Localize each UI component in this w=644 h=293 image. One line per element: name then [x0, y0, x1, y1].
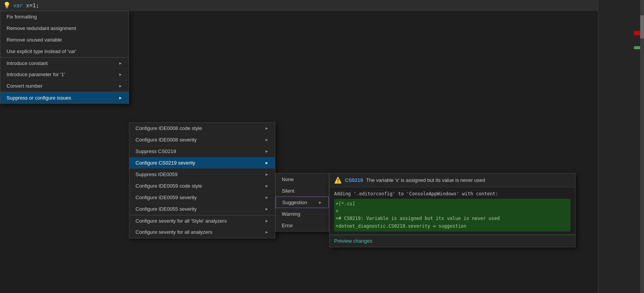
- menu-item-introduce-constant-arrow: ►: [119, 61, 122, 65]
- code-variable-x: x: [26, 2, 29, 8]
- menu-item-remove-unused-label: Remove unused variable: [7, 37, 62, 43]
- minimap: [598, 0, 644, 293]
- menu-item-configure-ide0059-severity[interactable]: Configure IDE0059 severity ►: [129, 192, 275, 203]
- diff-line-2: +: [334, 208, 570, 215]
- menu-item-convert-number[interactable]: Convert number ►: [0, 80, 129, 92]
- menu-item-configure-ide0008-style[interactable]: Configure IDE0008 code style ►: [129, 123, 275, 134]
- diff-line-4: +dotnet_diagnostic.CS0219.severity = sug…: [334, 223, 570, 230]
- info-body-line: Adding '.editorconfig' to 'ConsoleAppWin…: [334, 190, 570, 197]
- menu-item-use-explicit-label: Use explicit type instead of 'var': [7, 48, 76, 54]
- secondary-context-menu: Configure IDE0008 code style ► Configure…: [129, 122, 275, 238]
- info-header: ⚠️ CS0219 The variable 'x' is assigned b…: [330, 173, 575, 187]
- menu-item-configure-ide0008-style-label: Configure IDE0008 code style: [135, 125, 202, 131]
- error-message: The variable 'x' is assigned but its val…: [366, 177, 485, 183]
- configure-ide0008-severity-arrow: ►: [265, 138, 269, 142]
- configure-style-analyzers-arrow: ►: [265, 219, 269, 223]
- menu-item-configure-ide0008-severity[interactable]: Configure IDE0008 severity ►: [129, 134, 275, 146]
- minimap-scrollbar[interactable]: [640, 0, 644, 293]
- code-keyword-var: var: [13, 2, 23, 8]
- severity-suggestion-label: Suggestion: [282, 200, 307, 205]
- configure-ide0008-style-arrow: ►: [265, 126, 269, 130]
- severity-suggestion-arrow: ►: [318, 200, 322, 205]
- severity-error-label: Error: [282, 223, 293, 228]
- menu-item-remove-unused[interactable]: Remove unused variable: [0, 34, 129, 46]
- configure-ide0059-style-arrow: ►: [265, 184, 269, 188]
- menu-item-suppress-configure[interactable]: Suppress or configure issues ►: [0, 92, 129, 103]
- menu-item-introduce-parameter-label: Introduce parameter for '1': [7, 72, 65, 77]
- menu-item-introduce-parameter-arrow: ►: [119, 72, 122, 77]
- menu-item-remove-redundant[interactable]: Remove redundant assignment: [0, 23, 129, 34]
- menu-item-configure-all-analyzers-label: Configure severity for all analyzers: [135, 229, 212, 235]
- menu-item-remove-redundant-label: Remove redundant assignment: [7, 25, 76, 31]
- menu-item-configure-style-analyzers[interactable]: Configure severity for all 'Style' analy…: [129, 215, 275, 226]
- menu-item-introduce-constant[interactable]: Introduce constant ►: [0, 57, 129, 69]
- menu-item-configure-ide0055-severity[interactable]: Configure IDE0055 severity ►: [129, 203, 275, 215]
- menu-item-suppress-ide0059-label: Suppress IDE0059: [135, 171, 177, 177]
- error-code: CS0219: [345, 177, 363, 183]
- preview-changes-link[interactable]: Preview changes: [334, 238, 372, 244]
- diff-line-3: +# CS0219: Variable is assigned but its …: [334, 215, 570, 222]
- tertiary-severity-menu: None Silent Suggestion ► Warning Error: [275, 173, 329, 231]
- severity-error[interactable]: Error: [276, 220, 329, 231]
- menu-item-suppress-ide0059[interactable]: Suppress IDE0059 ►: [129, 169, 275, 180]
- configure-cs0219-severity-arrow: ►: [265, 161, 269, 165]
- menu-item-configure-cs0219-severity[interactable]: Configure CS0219 severity ►: [129, 157, 275, 169]
- severity-warning-label: Warning: [282, 211, 300, 217]
- menu-item-configure-style-analyzers-label: Configure severity for all 'Style' analy…: [135, 218, 227, 224]
- menu-item-introduce-parameter[interactable]: Introduce parameter for '1' ►: [0, 69, 129, 80]
- menu-item-configure-ide0059-style-label: Configure IDE0059 code style: [135, 183, 202, 189]
- severity-silent-label: Silent: [282, 188, 294, 194]
- menu-item-convert-number-label: Convert number: [7, 83, 42, 89]
- primary-context-menu: Fix formatting Remove redundant assignme…: [0, 11, 129, 104]
- diff-line-1: +[*.cs]: [334, 200, 570, 208]
- menu-item-configure-ide0059-severity-label: Configure IDE0059 severity: [135, 195, 197, 200]
- severity-none-label: None: [282, 176, 294, 182]
- menu-item-configure-cs0219-severity-label: Configure CS0219 severity: [135, 160, 195, 166]
- menu-item-fix-formatting-label: Fix formatting: [7, 14, 37, 20]
- menu-item-configure-ide0059-style[interactable]: Configure IDE0059 code style ►: [129, 180, 275, 192]
- editor-code: var x=1;: [13, 2, 39, 8]
- menu-item-fix-formatting[interactable]: Fix formatting: [0, 11, 129, 23]
- menu-item-configure-all-analyzers[interactable]: Configure severity for all analyzers ►: [129, 226, 275, 238]
- code-operator: =1;: [29, 2, 39, 8]
- diff-block: +[*.cs] + +# CS0219: Variable is assigne…: [334, 199, 570, 231]
- severity-warning[interactable]: Warning: [276, 208, 329, 220]
- info-footer: Preview changes: [330, 235, 575, 247]
- suppress-cs0219-arrow: ►: [265, 149, 269, 153]
- severity-suggestion[interactable]: Suggestion ►: [276, 196, 329, 208]
- info-panel: ⚠️ CS0219 The variable 'x' is assigned b…: [329, 173, 575, 247]
- menu-item-suppress-configure-arrow: ►: [119, 96, 122, 100]
- warning-triangle-icon: ⚠️: [334, 176, 342, 184]
- configure-ide0055-severity-arrow: ►: [265, 207, 269, 211]
- minimap-content: [598, 0, 644, 293]
- menu-item-introduce-constant-label: Introduce constant: [7, 60, 48, 66]
- severity-silent[interactable]: Silent: [276, 185, 329, 196]
- menu-item-suppress-cs0219[interactable]: Suppress CS0219 ►: [129, 146, 275, 157]
- configure-ide0059-severity-arrow: ►: [265, 195, 269, 200]
- suppress-ide0059-arrow: ►: [265, 172, 269, 176]
- menu-item-convert-number-arrow: ►: [119, 84, 122, 88]
- lightbulb-icon[interactable]: 💡: [3, 2, 11, 9]
- severity-none[interactable]: None: [276, 173, 329, 185]
- editor-bar: 💡 var x=1;: [0, 0, 644, 11]
- menu-item-suppress-cs0219-label: Suppress CS0219: [135, 148, 176, 154]
- menu-item-configure-ide0055-severity-label: Configure IDE0055 severity: [135, 206, 197, 212]
- menu-item-suppress-configure-label: Suppress or configure issues: [7, 95, 71, 101]
- menu-item-configure-ide0008-severity-label: Configure IDE0008 severity: [135, 137, 197, 143]
- minimap-scrollbar-thumb[interactable]: [640, 15, 644, 38]
- configure-all-analyzers-arrow: ►: [265, 230, 269, 234]
- info-body: Adding '.editorconfig' to 'ConsoleAppWin…: [330, 187, 575, 235]
- menu-item-use-explicit[interactable]: Use explicit type instead of 'var': [0, 46, 129, 57]
